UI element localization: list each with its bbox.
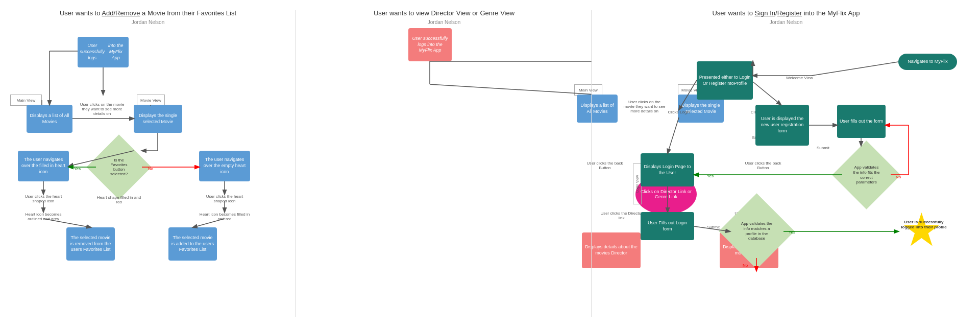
- svg-line-35: [679, 80, 697, 110]
- fav-logs-in: User successfully logs into the MyFlix A…: [78, 37, 129, 67]
- favorites-subtitle: Jordan Nelson: [0, 19, 296, 25]
- si-navigates: Navigates to MyFlix: [898, 54, 957, 70]
- fav-all-movies: Displays a list of All Movies: [27, 105, 72, 133]
- svg-line-18: [430, 84, 592, 95]
- signin-subtitle: Jordan Nelson: [592, 19, 980, 25]
- si-login-page: Displays Login Page to the User: [641, 153, 694, 186]
- si-no2: No: [743, 263, 748, 268]
- si-fills-form: User fills out the form: [837, 105, 886, 138]
- fav-movie-view: Movie View: [137, 95, 165, 106]
- si-diamond2: App validates the info matches a profile…: [730, 204, 783, 258]
- svg-line-37: [668, 118, 679, 153]
- fav-single-movie: Displays the single selected Movie: [134, 105, 182, 133]
- dg-logs-in: User successfully logs into the MyFlix A…: [408, 28, 452, 61]
- svg-line-32: [812, 62, 898, 76]
- fav-added: The selected movie is added to the users…: [168, 227, 217, 261]
- fav-heart-filled: Heart icon becomes filled in and red: [199, 212, 250, 221]
- fav-heart-outlined: Heart icon becomes outlined and grey: [18, 212, 69, 221]
- divider-2: [591, 10, 592, 317]
- si-welcome: Welcome View: [786, 76, 813, 80]
- signin-section: User wants to Sign In/Register into the …: [592, 0, 980, 327]
- signin-title: User wants to Sign In/Register into the …: [592, 9, 980, 17]
- si-yes1: Yes: [707, 174, 714, 178]
- dg-subtitle: Jordan Nelson: [296, 19, 592, 25]
- fav-main-view: Main View: [10, 95, 42, 106]
- si-submit2: Submit: [707, 225, 720, 229]
- si-presented: Presented either to Login Or Register nt…: [697, 61, 753, 100]
- si-yes2: Yes: [789, 230, 795, 235]
- si-star-container: ★ User is successfully logged into their…: [898, 212, 949, 263]
- si-submit1: Submit: [817, 146, 829, 150]
- si-no1: No: [896, 175, 901, 179]
- fav-clicks-heart1: User clicks the heart shaped icon: [18, 194, 69, 203]
- director-genre-section: User wants to view Director View or Genr…: [296, 0, 592, 327]
- fav-removed: The selected movie is removed from the u…: [66, 227, 115, 261]
- fav-nav-empty: The user navigates over the empty heart …: [199, 151, 250, 181]
- fav-yes: Yes: [74, 167, 81, 171]
- favorites-section: User wants to Add/Remove a Movie from th…: [0, 0, 296, 327]
- si-clicks-login: Clicks Login: [661, 110, 697, 114]
- dg-title: User wants to view Director View or Genr…: [296, 9, 592, 17]
- si-diamond1: App validates the info fits the correct …: [842, 151, 891, 199]
- fav-heart-shape: Heart shape filled in and red: [96, 195, 142, 204]
- fav-clicks-heart2: User clicks the heart shaped icon: [199, 194, 250, 203]
- fav-no: No: [148, 167, 153, 171]
- divider-1: [295, 10, 296, 317]
- main-container: User wants to Add/Remove a Movie from th…: [0, 0, 980, 327]
- si-fills-login: User Fills out Login form: [641, 212, 694, 240]
- fav-user-clicks: User clicks on the movie they want to se…: [79, 102, 125, 116]
- svg-line-36: [753, 82, 781, 105]
- fav-diamond: Is the Favorites button selected?: [96, 144, 142, 190]
- fav-nav-filled: The user navigates over the filled in he…: [18, 151, 69, 181]
- si-new-reg: User is displayed the new user registrat…: [755, 105, 809, 146]
- favorites-title: User wants to Add/Remove a Movie from th…: [0, 9, 296, 17]
